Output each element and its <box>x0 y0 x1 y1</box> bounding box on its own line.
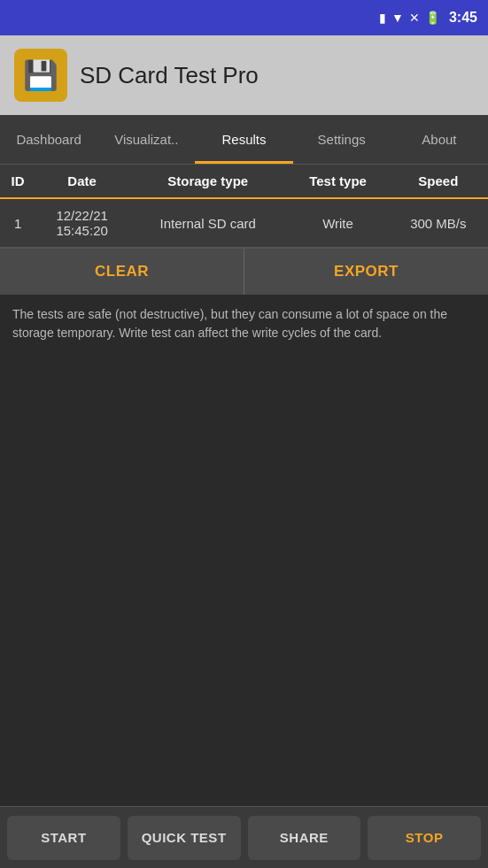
tab-dashboard[interactable]: Dashboard <box>0 115 97 164</box>
start-button[interactable]: START <box>7 816 120 860</box>
stop-button[interactable]: STOP <box>368 816 481 860</box>
action-buttons: CLEAR EXPORT <box>0 248 488 295</box>
export-button[interactable]: EXPORT <box>244 249 488 295</box>
results-table: ID Date Storage type Test type Speed 1 1… <box>0 165 488 248</box>
share-button[interactable]: SHARE <box>248 816 361 860</box>
app-title: SD Card Test Pro <box>80 62 259 89</box>
col-test-type: Test type <box>287 165 388 198</box>
empty-area <box>0 353 488 868</box>
col-speed: Speed <box>389 165 488 198</box>
cell-storage-type: Internal SD card <box>128 198 287 248</box>
cell-id: 1 <box>0 198 35 248</box>
signal-icon: ✕ <box>409 11 420 25</box>
cell-date: 12/22/21 15:45:20 <box>35 198 128 248</box>
tab-results[interactable]: Results <box>195 115 292 164</box>
app-icon <box>14 49 67 102</box>
clear-button[interactable]: CLEAR <box>0 249 244 295</box>
bottom-nav: START QUICK TEST SHARE STOP <box>0 806 488 868</box>
col-id: ID <box>0 165 35 198</box>
status-bar: ▮ ▼ ✕ 🔋 3:45 <box>0 0 488 35</box>
nav-tabs: Dashboard Visualizat.. Results Settings … <box>0 115 488 165</box>
info-text: The tests are safe (not destructive), bu… <box>0 295 488 353</box>
tab-about[interactable]: About <box>391 115 488 164</box>
wifi-icon: ▼ <box>391 11 404 25</box>
cell-test-type: Write <box>287 198 388 248</box>
cell-speed: 300 MB/s <box>389 198 488 248</box>
battery-icon: 🔋 <box>425 11 440 25</box>
col-date: Date <box>35 165 128 198</box>
tab-settings[interactable]: Settings <box>293 115 391 164</box>
app-header: SD Card Test Pro <box>0 35 488 115</box>
status-time: 3:45 <box>449 10 477 26</box>
tab-visualization[interactable]: Visualizat.. <box>97 115 195 164</box>
table-row: 1 12/22/21 15:45:20 Internal SD card Wri… <box>0 198 488 248</box>
sim-icon: ▮ <box>379 11 386 25</box>
quick-test-button[interactable]: QUICK TEST <box>128 816 241 860</box>
col-storage-type: Storage type <box>128 165 287 198</box>
main-content: Dashboard Visualizat.. Results Settings … <box>0 115 488 868</box>
